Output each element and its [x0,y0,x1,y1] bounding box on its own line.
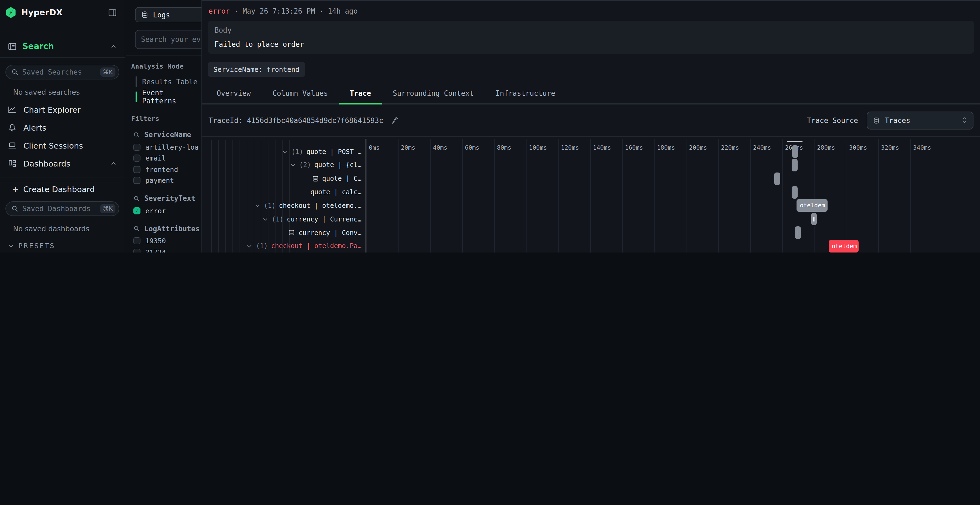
bar-label: oteldem [828,243,857,250]
grid-line [494,138,495,252]
filter-option-21734[interactable]: 21734 [134,246,202,252]
chevron-down-icon[interactable] [262,216,269,222]
sidebar-section-search[interactable]: Search [0,35,125,57]
axis-tick-label: 220ms [721,144,739,151]
span-duration-bar[interactable]: oteldem [797,199,828,212]
filter-group-label: ServiceName [144,130,191,139]
grid-line [846,138,847,252]
event-tick [814,218,815,222]
span-duration-bar[interactable] [775,172,780,185]
sidebar-item-chart-explorer[interactable]: Chart Explorer [0,101,125,119]
database-icon [141,11,149,19]
search-icon [134,225,140,232]
span-row[interactable]: quote | calc… [310,186,361,199]
saved-searches-placeholder: Saved Searches [22,68,96,76]
active-indicator [135,76,137,87]
filter-option-19350[interactable]: 19350 [134,235,202,246]
create-dashboard-label: Create Dashboard [23,185,95,194]
child-count: (2) [299,161,311,169]
child-count: (1) [272,216,283,223]
tab-infrastructure[interactable]: Infrastructure [485,84,566,105]
span-label: quote | {cl… [314,161,361,169]
span-row[interactable]: currency | Conv… [288,226,361,239]
checkbox[interactable] [134,155,140,162]
span-label: quote | calc… [310,188,361,196]
span-row[interactable]: quote | C… [312,172,362,185]
span-duration-bar[interactable] [811,213,817,226]
chevron-up-icon [110,160,117,167]
checkbox[interactable]: ✓ [134,207,140,214]
grid-line [718,138,719,252]
checkbox[interactable] [134,177,140,184]
span-duration-bar[interactable] [792,145,799,158]
tab-surrounding-context[interactable]: Surrounding Context [382,84,485,105]
span-duration-bar[interactable] [795,226,801,239]
filter-group-logattributes[interactable]: LogAttributes [134,224,202,233]
filter-option-artillery-loa[interactable]: artillery-loa [134,141,202,152]
presets-toggle[interactable]: PRESETS [8,242,125,250]
divider [126,55,202,56]
event-relative-time: 14h ago [328,7,358,15]
span-label: currency | Currenc… [286,216,361,223]
log-event-icon [312,175,319,182]
span-duration-bar[interactable]: oteldem [828,240,859,252]
checkbox[interactable] [134,249,140,253]
span-row[interactable]: (2)quote | {cl… [290,159,361,172]
nav-label: Alerts [24,123,46,132]
event-search-placeholder: Search your ev [141,35,200,43]
grid-line [398,138,399,252]
service-name-tag[interactable]: ServiceName: frontend [208,62,305,77]
filter-option-error[interactable]: ✓error [134,205,202,216]
viewport-indicator[interactable] [787,141,802,142]
axis-tick-label: 140ms [593,144,611,151]
filter-option-frontend[interactable]: frontend [134,164,202,175]
search-icon [11,68,19,76]
filter-group-severitytext[interactable]: SeverityText [134,194,202,202]
grid-line [814,138,815,252]
span-label: quote | POST … [307,148,361,156]
trace-source-label: Trace Source [807,116,858,124]
span-row[interactable]: (1)quote | POST … [282,145,361,158]
sidebar-item-client-sessions[interactable]: Client Sessions [0,137,125,154]
span-duration-bar[interactable] [792,159,798,172]
chevron-down-icon[interactable] [254,202,261,209]
sidebar-preset-clickhouse[interactable]: ClickHouse [0,251,125,252]
collapse-sidebar-icon[interactable] [108,8,117,17]
event-side-panel: error · May 26 7:13:26 PM · 14h ago Body… [202,0,980,252]
database-icon [873,117,880,124]
saved-dashboards-input[interactable]: Saved Dashboards ⌘K [5,201,119,216]
chevron-down-icon[interactable] [282,148,288,155]
checkbox[interactable] [134,166,140,173]
grid-line [686,138,687,252]
filter-group-servicename[interactable]: ServiceName [134,130,202,139]
edit-pencil-icon[interactable] [391,116,399,124]
span-row[interactable]: (1)checkout | oteldemo.Pa… [246,240,361,252]
tab-trace[interactable]: Trace [339,84,382,105]
filter-option-payment[interactable]: payment [134,175,202,186]
chevron-down-icon[interactable] [246,243,253,249]
sidebar-item-dashboards[interactable]: Dashboards [0,154,125,173]
checkbox[interactable] [134,144,140,151]
analysis-mode-event-patterns[interactable]: Event Patterns [135,90,202,104]
dashboard-grid-icon [8,159,17,168]
filter-option-label: email [145,154,166,162]
span-row[interactable]: (1)checkout | oteldemo.… [254,199,361,212]
event-header: error · May 26 7:13:26 PM · 14h ago [202,1,980,15]
grid-line [878,138,879,252]
sidebar-item-alerts[interactable]: Alerts [0,119,125,137]
tree-indent-guide [247,140,247,252]
filter-option-email[interactable]: email [134,152,202,164]
analysis-mode-results-table[interactable]: Results Table [135,75,202,89]
tab-column-values[interactable]: Column Values [262,84,339,105]
create-dashboard-button[interactable]: + Create Dashboard [12,184,125,194]
checkbox[interactable] [134,238,140,245]
trace-source-select[interactable]: Traces [867,111,974,129]
event-timestamp: May 26 7:13:26 PM [243,7,315,15]
span-duration-bar[interactable] [792,186,798,199]
search-icon [134,132,140,138]
chevron-down-icon[interactable] [290,162,296,168]
span-row[interactable]: (1)currency | Currenc… [262,213,361,226]
tab-overview[interactable]: Overview [206,84,262,105]
no-saved-searches: No saved searches [13,88,125,96]
saved-searches-input[interactable]: Saved Searches ⌘K [5,65,119,79]
